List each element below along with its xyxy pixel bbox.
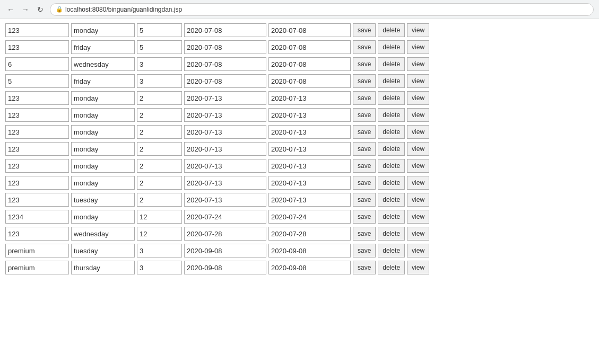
id-input[interactable] xyxy=(5,142,69,156)
date1-input[interactable] xyxy=(184,74,266,88)
date1-input[interactable] xyxy=(184,125,266,139)
id-input[interactable] xyxy=(5,125,69,139)
view-button[interactable]: view xyxy=(407,108,429,122)
num-input[interactable] xyxy=(137,40,182,54)
id-input[interactable] xyxy=(5,244,69,258)
save-button[interactable]: save xyxy=(353,23,376,37)
delete-button[interactable]: delete xyxy=(378,40,405,54)
date1-input[interactable] xyxy=(184,91,266,105)
date1-input[interactable] xyxy=(184,40,266,54)
save-button[interactable]: save xyxy=(353,159,376,173)
id-input[interactable] xyxy=(5,227,69,241)
delete-button[interactable]: delete xyxy=(378,74,405,88)
num-input[interactable] xyxy=(137,244,182,258)
view-button[interactable]: view xyxy=(407,159,429,173)
date1-input[interactable] xyxy=(184,244,266,258)
day-input[interactable] xyxy=(71,74,135,88)
save-button[interactable]: save xyxy=(353,108,376,122)
num-input[interactable] xyxy=(137,210,182,224)
day-input[interactable] xyxy=(71,227,135,241)
day-input[interactable] xyxy=(71,91,135,105)
save-button[interactable]: save xyxy=(353,227,376,241)
num-input[interactable] xyxy=(137,261,182,274)
save-button[interactable]: save xyxy=(353,142,376,156)
num-input[interactable] xyxy=(137,57,182,71)
id-input[interactable] xyxy=(5,91,69,105)
view-button[interactable]: view xyxy=(407,193,429,207)
save-button[interactable]: save xyxy=(353,74,376,88)
delete-button[interactable]: delete xyxy=(378,244,405,258)
num-input[interactable] xyxy=(137,193,182,207)
date1-input[interactable] xyxy=(184,193,266,207)
delete-button[interactable]: delete xyxy=(378,108,405,122)
date2-input[interactable] xyxy=(268,210,351,224)
view-button[interactable]: view xyxy=(407,227,429,241)
address-bar[interactable]: 🔒 localhost:8080/binguan/guanlidingdan.j… xyxy=(50,3,594,16)
day-input[interactable] xyxy=(71,142,135,156)
date2-input[interactable] xyxy=(268,57,351,71)
id-input[interactable] xyxy=(5,176,69,190)
id-input[interactable] xyxy=(5,74,69,88)
save-button[interactable]: save xyxy=(353,176,376,190)
date1-input[interactable] xyxy=(184,23,266,37)
save-button[interactable]: save xyxy=(353,91,376,105)
save-button[interactable]: save xyxy=(353,193,376,207)
date2-input[interactable] xyxy=(268,23,351,37)
delete-button[interactable]: delete xyxy=(378,159,405,173)
save-button[interactable]: save xyxy=(353,40,376,54)
id-input[interactable] xyxy=(5,108,69,122)
save-button[interactable]: save xyxy=(353,57,376,71)
num-input[interactable] xyxy=(137,74,182,88)
day-input[interactable] xyxy=(71,193,135,207)
delete-button[interactable]: delete xyxy=(378,193,405,207)
save-button[interactable]: save xyxy=(353,210,376,224)
reload-button[interactable]: ↻ xyxy=(35,4,46,15)
num-input[interactable] xyxy=(137,91,182,105)
num-input[interactable] xyxy=(137,176,182,190)
day-input[interactable] xyxy=(71,261,135,274)
date2-input[interactable] xyxy=(268,125,351,139)
date1-input[interactable] xyxy=(184,159,266,173)
num-input[interactable] xyxy=(137,23,182,37)
save-button[interactable]: save xyxy=(353,125,376,139)
day-input[interactable] xyxy=(71,210,135,224)
save-button[interactable]: save xyxy=(353,244,376,258)
delete-button[interactable]: delete xyxy=(378,91,405,105)
view-button[interactable]: view xyxy=(407,91,429,105)
view-button[interactable]: view xyxy=(407,176,429,190)
date2-input[interactable] xyxy=(268,227,351,241)
date2-input[interactable] xyxy=(268,91,351,105)
num-input[interactable] xyxy=(137,108,182,122)
id-input[interactable] xyxy=(5,23,69,37)
date2-input[interactable] xyxy=(268,142,351,156)
date2-input[interactable] xyxy=(268,261,351,274)
date2-input[interactable] xyxy=(268,193,351,207)
view-button[interactable]: view xyxy=(407,142,429,156)
num-input[interactable] xyxy=(137,227,182,241)
back-button[interactable]: ← xyxy=(5,4,16,15)
view-button[interactable]: view xyxy=(407,210,429,224)
date1-input[interactable] xyxy=(184,176,266,190)
date1-input[interactable] xyxy=(184,227,266,241)
date1-input[interactable] xyxy=(184,261,266,274)
view-button[interactable]: view xyxy=(407,23,429,37)
date2-input[interactable] xyxy=(268,40,351,54)
day-input[interactable] xyxy=(71,176,135,190)
date1-input[interactable] xyxy=(184,210,266,224)
delete-button[interactable]: delete xyxy=(378,142,405,156)
num-input[interactable] xyxy=(137,125,182,139)
id-input[interactable] xyxy=(5,57,69,71)
day-input[interactable] xyxy=(71,57,135,71)
save-button[interactable]: save xyxy=(353,261,376,274)
date2-input[interactable] xyxy=(268,108,351,122)
view-button[interactable]: view xyxy=(407,74,429,88)
date2-input[interactable] xyxy=(268,244,351,258)
day-input[interactable] xyxy=(71,159,135,173)
delete-button[interactable]: delete xyxy=(378,261,405,274)
id-input[interactable] xyxy=(5,210,69,224)
date1-input[interactable] xyxy=(184,57,266,71)
date1-input[interactable] xyxy=(184,108,266,122)
id-input[interactable] xyxy=(5,40,69,54)
num-input[interactable] xyxy=(137,159,182,173)
date2-input[interactable] xyxy=(268,176,351,190)
